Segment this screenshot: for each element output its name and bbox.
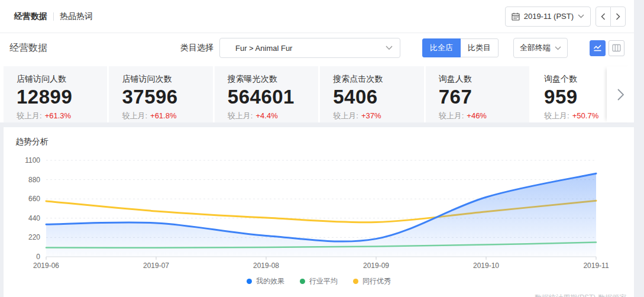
- compare-button[interactable]: 比全店: [422, 38, 461, 57]
- category-select-value: Fur > Animal Fur: [235, 44, 292, 53]
- trend-chart-card: 趋势分析 022044066088011002019-062019-072019…: [4, 127, 634, 297]
- table-view-button[interactable]: [609, 40, 624, 56]
- legend-dot: [247, 279, 252, 284]
- filter-toolbar: 经营数据 类目选择 Fur > Animal Fur 比全店比类目 全部终端: [0, 33, 634, 63]
- category-group: 类目选择 Fur > Animal Fur 比全店比类目 全部终端: [180, 38, 624, 58]
- compare-toggle: 比全店比类目: [422, 38, 499, 57]
- stat-compare: 较上月:+61.3%: [17, 111, 101, 121]
- stat-value: 5406: [333, 86, 418, 109]
- stat-compare: 较上月:+61.8%: [122, 111, 206, 121]
- stat-card[interactable]: 询盘人数767较上月:+46%: [426, 66, 529, 122]
- cards-next-button[interactable]: [607, 66, 634, 122]
- stat-value: 37596: [122, 86, 206, 109]
- y-axis-tick-label: 440: [28, 214, 40, 222]
- stat-label: 询盘人数: [439, 74, 523, 85]
- x-axis-tick-label: 2019-07: [143, 262, 169, 270]
- stat-compare: 较上月:+46%: [439, 111, 523, 121]
- compare-label: 较上月:: [228, 111, 253, 120]
- y-axis-tick-label: 1100: [25, 156, 40, 164]
- x-axis-tick-label: 2019-11: [583, 262, 609, 270]
- x-axis-tick-label: 2019-09: [363, 262, 389, 270]
- stat-compare: 较上月:+50.7%: [544, 111, 598, 121]
- legend-label: 行业平均: [309, 276, 338, 286]
- compare-label: 较上月:: [122, 111, 147, 120]
- change-badge: +61.8%: [150, 111, 176, 120]
- terminal-select[interactable]: 全部终端: [513, 38, 568, 58]
- chevron-down-icon: [386, 46, 393, 50]
- y-axis-tick-label: 220: [28, 233, 40, 241]
- compare-label: 较上月:: [439, 111, 464, 120]
- stat-card[interactable]: 店铺访问人数12899较上月:+61.3%: [4, 66, 107, 122]
- legend-dot: [353, 279, 358, 284]
- compare-label: 较上月:: [17, 111, 42, 120]
- terminal-select-value: 全部终端: [520, 43, 551, 53]
- change-badge: +46%: [467, 111, 487, 120]
- legend-item[interactable]: 同行优秀: [353, 276, 391, 286]
- stats-cards: 店铺访问人数12899较上月:+61.3%店铺访问次数37596较上月:+61.…: [0, 63, 634, 122]
- chevron-right-icon: [617, 88, 624, 101]
- calendar-icon: [512, 12, 520, 21]
- top-header: 经营数据热品热词 2019-11 (PST): [0, 0, 634, 33]
- legend-label: 我的效果: [256, 276, 284, 286]
- legend-item[interactable]: 我的效果: [247, 276, 284, 286]
- chevron-right-icon: [616, 13, 620, 20]
- legend-label: 同行优秀: [363, 276, 391, 286]
- x-axis-tick-label: 2019-08: [253, 262, 279, 270]
- legend-dot: [300, 279, 305, 284]
- change-badge: +50.7%: [572, 111, 598, 120]
- legend-item[interactable]: 行业平均: [300, 276, 338, 286]
- trend-chart[interactable]: 022044066088011002019-062019-072019-0820…: [4, 148, 634, 274]
- header-tab[interactable]: 热品热词: [54, 11, 99, 22]
- line-chart-icon: [593, 44, 602, 52]
- stat-label: 店铺访问次数: [122, 74, 206, 85]
- compare-label: 较上月:: [544, 111, 569, 120]
- page-title: 经营数据: [9, 42, 47, 54]
- stat-value: 564601: [228, 86, 312, 109]
- month-picker-value: 2019-11 (PST): [524, 12, 574, 21]
- prev-month-button[interactable]: [596, 7, 611, 27]
- chevron-down-icon: [578, 14, 584, 18]
- y-axis-tick-label: 660: [28, 195, 40, 203]
- category-label: 类目选择: [180, 43, 213, 53]
- change-badge: +37%: [361, 111, 381, 120]
- chevron-left-icon: [601, 13, 606, 20]
- chevron-down-icon: [555, 46, 561, 50]
- category-select[interactable]: Fur > Animal Fur: [219, 38, 400, 58]
- stat-card[interactable]: 店铺访问次数37596较上月:+61.8%: [109, 66, 212, 122]
- stat-value: 959: [544, 86, 598, 109]
- stat-card[interactable]: 搜索点击次数5406较上月:+37%: [320, 66, 423, 122]
- header-right: 2019-11 (PST): [505, 7, 626, 27]
- chart-title: 趋势分析: [15, 137, 48, 147]
- stat-label: 搜索曝光次数: [228, 74, 312, 85]
- header-tab[interactable]: 经营数据: [8, 11, 53, 22]
- compare-button[interactable]: 比类目: [460, 38, 499, 57]
- table-view-icon: [612, 44, 621, 52]
- stat-label: 搜索点击次数: [333, 74, 418, 85]
- upper-panel: 经营数据热品热词 2019-11 (PST) 经营数据 类目选择 Fur > A…: [0, 0, 634, 122]
- stat-compare: 较上月:+4.4%: [228, 111, 312, 121]
- stat-card[interactable]: 搜索曝光次数564601较上月:+4.4%: [215, 66, 318, 122]
- stat-card[interactable]: 询盘个数959较上月:+50.7%: [531, 66, 604, 122]
- stat-value: 767: [439, 86, 523, 109]
- line-chart-view-button[interactable]: [590, 40, 606, 56]
- next-month-button[interactable]: [610, 7, 626, 27]
- stat-value: 12899: [17, 86, 101, 109]
- change-badge: +4.4%: [255, 111, 277, 120]
- change-badge: +61.3%: [45, 111, 71, 120]
- stat-label: 询盘个数: [544, 74, 598, 85]
- compare-label: 较上月:: [333, 111, 358, 120]
- x-axis-tick-label: 2019-06: [33, 262, 59, 270]
- y-axis-tick-label: 880: [28, 176, 40, 184]
- month-nav: [596, 7, 626, 27]
- month-picker[interactable]: 2019-11 (PST): [505, 7, 591, 27]
- view-toggle: [590, 40, 624, 56]
- watermark-text: 数据统计周期(PST)·数据管家: [535, 293, 626, 297]
- y-axis-tick-label: 0: [36, 253, 40, 261]
- stat-label: 店铺访问人数: [17, 74, 101, 85]
- header-tabs: 经营数据热品热词: [8, 11, 99, 22]
- x-axis-tick-label: 2019-10: [473, 262, 499, 270]
- stat-compare: 较上月:+37%: [333, 111, 418, 121]
- chart-legend: 我的效果行业平均同行优秀: [4, 276, 634, 286]
